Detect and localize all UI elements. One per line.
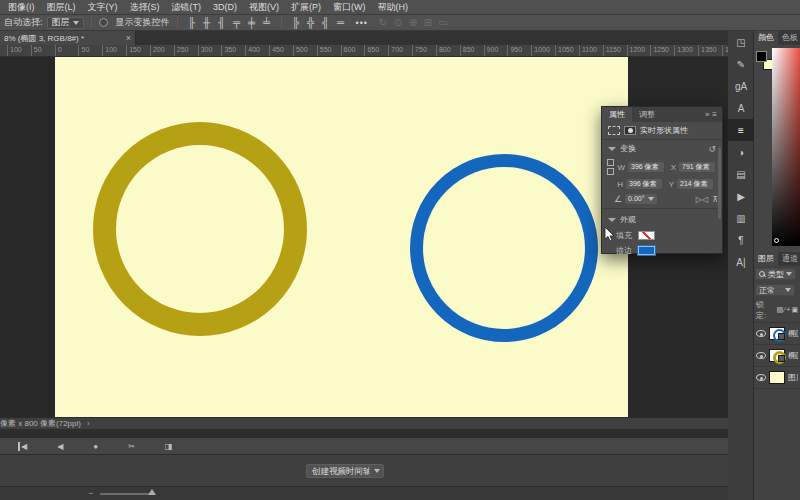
layer-visibility-eye-icon[interactable] xyxy=(756,330,766,337)
paragraph-panel-icon[interactable]: ¶ xyxy=(728,229,754,251)
panel-tab[interactable]: 属性 xyxy=(602,107,632,122)
layer-visibility-eye-icon[interactable] xyxy=(756,374,766,381)
timeline-mode-dropdown[interactable] xyxy=(369,464,384,478)
clone-source-icon[interactable]: ◳ xyxy=(728,31,754,53)
collapse-section-icon[interactable] xyxy=(608,147,616,151)
ruler-tick: 650 xyxy=(364,45,379,57)
collapse-panel-icon[interactable]: » xyxy=(705,110,709,119)
canvas[interactable] xyxy=(55,57,628,417)
panel-tab[interactable]: 通道 xyxy=(778,252,800,266)
menu-item[interactable]: 选择(S) xyxy=(125,0,165,15)
history-panel-icon[interactable]: ▥ xyxy=(728,207,754,229)
menu-item[interactable]: 3D(D) xyxy=(208,0,242,15)
show-transform-label: 显示变换控件 xyxy=(116,16,170,29)
menu-item[interactable]: 图层(L) xyxy=(42,0,81,15)
width-field[interactable]: 396 像素 xyxy=(627,161,665,173)
play-icon[interactable]: ● xyxy=(93,442,98,451)
go-to-first-frame-icon[interactable]: ◀ xyxy=(18,442,27,451)
actions-panel-icon[interactable]: ▶ xyxy=(728,185,754,207)
layer-thumbnail[interactable] xyxy=(769,349,785,362)
align-top-icon[interactable]: ╤ xyxy=(230,16,244,30)
more-options-button[interactable]: ••• xyxy=(356,18,368,28)
layer-filter-dropdown[interactable]: 类型 xyxy=(755,268,796,280)
timeline-zoom-slider[interactable] xyxy=(100,493,152,495)
menu-item[interactable]: 扩展(P) xyxy=(286,0,326,15)
lock-transparent-pixels-icon[interactable]: ▨ xyxy=(776,306,783,314)
character-panel-icon[interactable]: A xyxy=(728,97,754,119)
reset-transform-icon[interactable]: ↺ xyxy=(708,144,716,154)
create-video-timeline-button[interactable]: 创建视频时间轴 xyxy=(306,464,378,478)
stroke-label: 描边 xyxy=(616,245,632,256)
status-options-chevron[interactable]: › xyxy=(87,419,90,428)
auto-select-dropdown[interactable]: 图层 xyxy=(47,17,84,29)
blue-ellipse-shape[interactable] xyxy=(417,161,592,336)
link-dimensions-icon[interactable] xyxy=(606,158,613,176)
y-field[interactable]: 214 像素 xyxy=(676,178,714,190)
tool-presets-icon[interactable]: ɡA xyxy=(728,75,754,97)
yellow-ellipse-shape[interactable] xyxy=(105,134,296,325)
align-bottom-icon[interactable]: ╧ xyxy=(260,16,274,30)
timeline-zoom-slider-thumb[interactable] xyxy=(148,489,156,495)
distribute-spacing-icon[interactable]: ═ xyxy=(334,16,348,30)
auto-select-label: 自动选择: xyxy=(4,16,43,29)
menu-item[interactable]: 帮助(H) xyxy=(373,0,414,15)
transition-icon[interactable]: ◨ xyxy=(165,442,173,451)
lock-image-pixels-icon[interactable]: ∕ xyxy=(784,306,785,314)
panel-tab[interactable]: 颜色 xyxy=(754,31,778,45)
layer-row[interactable]: 椭圆 3 xyxy=(754,323,800,345)
ruler-tick: 800 xyxy=(436,45,451,57)
layer-visibility-eye-icon[interactable] xyxy=(756,352,766,359)
close-icon[interactable]: × xyxy=(126,33,131,43)
panel-tab[interactable]: 色板 xyxy=(778,31,800,45)
split-clip-icon[interactable]: ✂ xyxy=(128,442,135,451)
lock-position-icon[interactable]: + xyxy=(786,306,790,314)
height-field[interactable]: 396 像素 xyxy=(625,178,663,190)
layer-thumbnail[interactable] xyxy=(769,327,785,340)
fill-swatch[interactable] xyxy=(638,231,655,240)
properties-panel: 属性调整 » ≡ 实时形状属性 变换 ↺ W 396 像素 X 791 像素 H… xyxy=(601,106,723,254)
properties-panel-icon[interactable]: ≡ xyxy=(728,119,754,141)
layer-row[interactable]: 图层 1 xyxy=(754,367,800,389)
collapse-section-icon[interactable] xyxy=(608,218,616,222)
lock-all-icon[interactable]: ▣ xyxy=(791,306,798,314)
align-right-icon[interactable]: ╢ xyxy=(215,16,229,30)
menu-item[interactable]: 视图(V) xyxy=(244,0,284,15)
blend-mode-dropdown[interactable]: 正常 xyxy=(755,284,795,296)
show-transform-checkbox[interactable] xyxy=(99,18,108,27)
previous-frame-icon[interactable]: ◀ xyxy=(57,442,63,451)
align-center-horizontal-icon[interactable]: ╫ xyxy=(200,16,214,30)
distribute-center-icon[interactable]: ╬ xyxy=(304,16,318,30)
color-picker-gradient[interactable] xyxy=(772,48,800,246)
panel-scrollbar[interactable] xyxy=(718,147,721,219)
chevron-down-icon xyxy=(786,272,792,276)
mask-properties-icon[interactable] xyxy=(624,126,636,135)
distribute-horizontal-icon[interactable]: ╣ xyxy=(319,16,333,30)
menu-item[interactable]: 图像(I) xyxy=(3,0,40,15)
shape-properties-icon xyxy=(608,126,620,135)
stroke-swatch[interactable] xyxy=(638,246,655,255)
panel-menu-icon[interactable]: ≡ xyxy=(712,110,717,119)
brush-settings-icon[interactable]: ✎ xyxy=(728,53,754,75)
flip-horizontal-icon[interactable]: ▷◁ xyxy=(696,195,708,204)
glyphs-panel-icon[interactable]: A| xyxy=(728,251,754,273)
distribute-vertical-icon[interactable]: ╠ xyxy=(289,16,303,30)
layer-thumbnail[interactable] xyxy=(769,371,785,384)
timeline-zoom-out-button[interactable]: − xyxy=(88,488,93,498)
x-field[interactable]: 791 像素 xyxy=(678,161,716,173)
adjustments-panel-icon[interactable]: ◑ xyxy=(728,141,754,163)
panel-tab[interactable]: 图层 xyxy=(754,252,778,266)
menu-item[interactable]: 滤镜(T) xyxy=(167,0,207,15)
document-tab[interactable]: 8% (椭圆 3, RGB/8#) * × xyxy=(0,31,136,45)
layer-row[interactable]: 椭圆 2 xyxy=(754,345,800,367)
libraries-panel-icon[interactable]: ▤ xyxy=(728,163,754,185)
color-picker-handle[interactable] xyxy=(774,238,779,243)
angle-field[interactable]: 0.00° xyxy=(624,193,658,205)
panel-tab[interactable]: 调整 xyxy=(632,107,662,122)
ruler-tick: 1100 xyxy=(579,45,597,57)
ruler-tick: 450 xyxy=(269,45,284,57)
align-left-icon[interactable]: ╟ xyxy=(185,16,199,30)
align-middle-icon[interactable]: ╪ xyxy=(245,16,259,30)
foreground-color-swatch[interactable] xyxy=(756,51,767,62)
menu-item[interactable]: 窗口(W) xyxy=(328,0,371,15)
menu-item[interactable]: 文字(Y) xyxy=(83,0,123,15)
